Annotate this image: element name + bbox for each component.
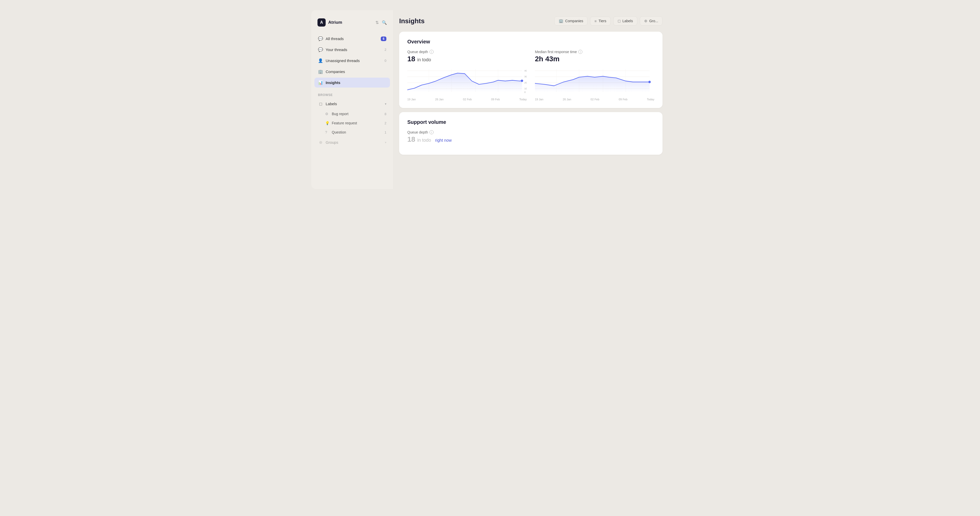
all-threads-icon: 💬: [318, 36, 323, 41]
all-threads-label: All threads: [326, 37, 344, 41]
sidebar-item-all-threads[interactable]: 💬 All threads 6: [314, 34, 390, 44]
chart1-endpoint: [521, 80, 523, 82]
sidebar-item-companies[interactable]: 🏢 Companies: [314, 67, 390, 76]
svg-text:40: 40: [525, 69, 527, 72]
queue-depth-metric: Queue depth i 18 in todo: [407, 50, 527, 101]
page-header: Insights 🏢 Companies ≡ Tiers ◻ Labels ⊕ …: [399, 16, 662, 25]
bug-report-label: Bug report: [332, 112, 348, 116]
labels-tab-label: Labels: [622, 19, 633, 23]
support-volume-card: Support volume Queue depth i 18 in todo …: [399, 112, 662, 155]
sidebar-header: A Atrium ⇅ 🔍: [314, 16, 390, 29]
chart2-fill: [535, 76, 649, 92]
search-icon[interactable]: 🔍: [382, 20, 387, 25]
svg-text:0: 0: [525, 91, 526, 94]
question-icon: ?: [325, 130, 330, 134]
sort-icon[interactable]: ⇅: [375, 20, 379, 25]
queue-depth-svg: 40 30 20 10 0: [407, 67, 527, 96]
labels-label: Labels: [326, 102, 337, 106]
labels-tab-icon: ◻: [617, 19, 620, 23]
unassigned-threads-count: 0: [385, 59, 387, 62]
feature-request-icon: 💡: [325, 121, 330, 125]
tab-groups[interactable]: ⊕ Gro...: [640, 16, 662, 25]
labels-chevron-icon: ▾: [385, 102, 387, 106]
tab-tiers[interactable]: ≡ Tiers: [590, 17, 611, 25]
sidebar-item-your-threads[interactable]: 💬 Your threads 2: [314, 45, 390, 55]
queue-depth-info-icon[interactable]: i: [430, 50, 434, 54]
median-response-info-icon[interactable]: i: [578, 50, 582, 54]
support-queue-value: 18 in todo right now: [407, 135, 654, 143]
feature-request-count: 2: [385, 121, 387, 125]
sidebar-item-labels[interactable]: ◻ Labels ▾: [314, 99, 390, 109]
companies-icon: 🏢: [318, 69, 323, 74]
median-response-value: 2h 43m: [535, 55, 654, 63]
bug-report-icon: ⚙: [325, 112, 330, 116]
unassigned-threads-icon: 👤: [318, 58, 323, 63]
insights-label: Insights: [326, 80, 340, 85]
all-threads-badge: 6: [381, 37, 387, 41]
sidebar: A Atrium ⇅ 🔍 💬 All threads 6 💬 Your thre…: [311, 10, 393, 189]
groups-label: Groups: [326, 140, 338, 145]
support-volume-title: Support volume: [407, 119, 654, 125]
companies-tab-icon: 🏢: [558, 19, 563, 23]
median-response-svg: [535, 67, 654, 96]
unassigned-threads-label: Unassigned threads: [326, 59, 360, 63]
svg-text:20: 20: [525, 81, 527, 84]
sidebar-item-feature-request[interactable]: 💡 Feature request 2: [314, 119, 390, 127]
queue-depth-chart: 40 30 20 10 0 19 Jan 26 Jan 02 Feb 09 Fe…: [407, 67, 527, 101]
your-threads-icon: 💬: [318, 47, 323, 52]
groups-tab-label: Gro...: [649, 19, 658, 23]
svg-text:30: 30: [525, 75, 527, 78]
app-name: Atrium: [328, 20, 342, 25]
companies-tab-label: Companies: [565, 19, 584, 23]
chart2-x-labels: 19 Jan 26 Jan 02 Feb 09 Feb Today: [535, 97, 654, 101]
your-threads-label: Your threads: [326, 48, 347, 52]
groups-chevron-icon: ▾: [385, 141, 387, 144]
overview-card: Overview Queue depth i 18 in todo: [399, 32, 662, 108]
svg-text:10: 10: [525, 87, 527, 90]
header-icons: ⇅ 🔍: [375, 20, 387, 25]
tab-companies[interactable]: 🏢 Companies: [554, 16, 588, 25]
median-response-metric: Median first response time i 2h 43m: [535, 50, 654, 101]
tiers-tab-label: Tiers: [598, 19, 606, 23]
sidebar-item-insights[interactable]: 📊 Insights: [314, 78, 390, 88]
median-response-label: Median first response time: [535, 50, 577, 54]
tab-labels[interactable]: ◻ Labels: [613, 16, 637, 25]
browse-section-label: Browse: [314, 91, 390, 98]
chart2-endpoint: [649, 81, 651, 83]
sidebar-item-bug-report[interactable]: ⚙ Bug report 8: [314, 110, 390, 118]
groups-tab-icon: ⊕: [644, 19, 648, 23]
queue-depth-label: Queue depth: [407, 50, 428, 54]
logo-icon: A: [318, 18, 326, 27]
sidebar-item-unassigned-threads[interactable]: 👤 Unassigned threads 0: [314, 56, 390, 65]
sidebar-item-groups[interactable]: ⊕ Groups ▾: [314, 137, 390, 147]
main-content: Insights 🏢 Companies ≡ Tiers ◻ Labels ⊕ …: [393, 10, 669, 189]
insights-icon: 📊: [318, 80, 323, 85]
support-queue-info-icon[interactable]: i: [430, 130, 434, 134]
sidebar-item-question[interactable]: ? Question 1: [314, 128, 390, 136]
app-container: A Atrium ⇅ 🔍 💬 All threads 6 💬 Your thre…: [311, 10, 669, 189]
right-now-label: right now: [435, 138, 452, 142]
chart1-x-labels: 19 Jan 26 Jan 02 Feb 09 Feb Today: [407, 97, 527, 101]
question-label: Question: [332, 130, 346, 134]
your-threads-count: 2: [385, 48, 387, 52]
page-title: Insights: [399, 17, 425, 25]
overview-charts-grid: Queue depth i 18 in todo: [407, 50, 654, 101]
tiers-tab-icon: ≡: [594, 19, 597, 23]
question-count: 1: [385, 131, 387, 134]
median-response-chart: 19 Jan 26 Jan 02 Feb 09 Feb Today: [535, 67, 654, 101]
filter-tabs: 🏢 Companies ≡ Tiers ◻ Labels ⊕ Gro...: [554, 16, 662, 25]
groups-icon: ⊕: [318, 140, 323, 145]
support-queue-label: Queue depth: [407, 130, 428, 134]
overview-card-title: Overview: [407, 39, 654, 45]
bug-report-count: 8: [385, 112, 387, 116]
queue-depth-value: 18 in todo: [407, 55, 527, 63]
companies-label: Companies: [326, 69, 345, 74]
feature-request-label: Feature request: [332, 121, 357, 125]
labels-icon: ◻: [318, 101, 323, 106]
logo-area: A Atrium: [318, 18, 342, 27]
